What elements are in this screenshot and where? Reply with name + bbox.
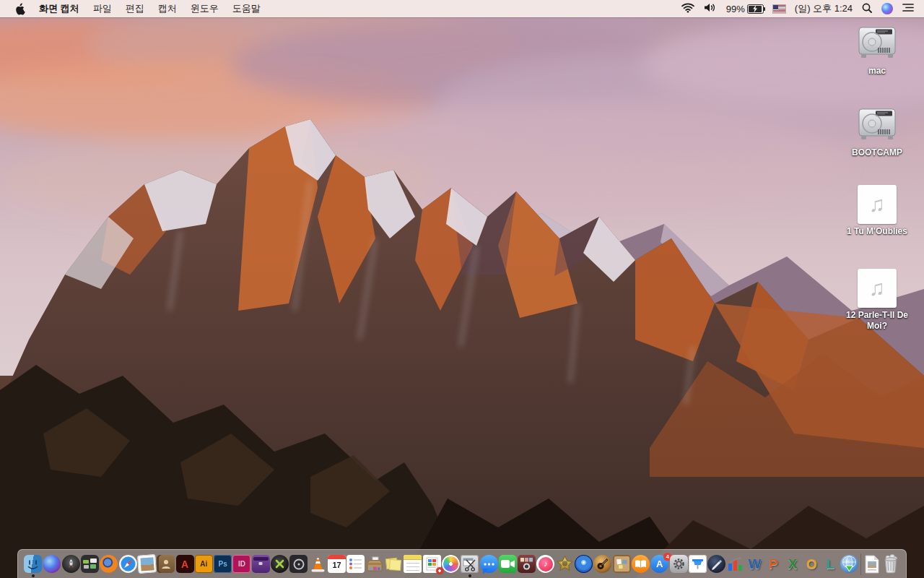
menu-app-name[interactable]: 화면 캡처 <box>39 2 79 15</box>
dock-item-outlook[interactable]: O <box>803 551 821 577</box>
spotlight-search-icon[interactable] <box>862 3 872 15</box>
dock-item-pages[interactable] <box>707 551 725 577</box>
dock-item-keynote[interactable] <box>689 551 707 577</box>
safari-compass-icon <box>119 555 137 573</box>
dock-item-mission-control[interactable] <box>81 551 99 577</box>
dock-item-safari[interactable] <box>119 551 137 577</box>
dock-divider <box>860 553 861 575</box>
dock-item-garageband[interactable] <box>593 551 611 577</box>
desktop-icon-label: 1 Tu M'Oublies <box>834 226 920 237</box>
dock-item-indesign[interactable]: ID <box>232 551 250 577</box>
dock-item-facetime[interactable] <box>499 551 517 577</box>
itunes-icon: ♪ <box>536 555 554 573</box>
dock-item-vlc[interactable] <box>309 551 327 577</box>
dock-item-contacts[interactable] <box>157 551 175 577</box>
dock-item-trash[interactable] <box>881 551 899 577</box>
dock-item-photo-booth[interactable] <box>518 551 536 577</box>
dock-item-disc-app[interactable] <box>575 551 593 577</box>
desktop: 화면 캡처 파일 편집 캡처 윈도우 도움말 99% (일) 오후 1:24 <box>0 0 924 578</box>
toolbox-icon <box>252 555 270 573</box>
dock-item-installer-doc[interactable] <box>423 551 441 577</box>
dock-item-finder[interactable] <box>24 551 42 577</box>
apple-menu[interactable] <box>15 3 25 15</box>
menu-bar-clock[interactable]: (일) 오후 1:24 <box>795 2 853 15</box>
menu-capture[interactable]: 캡처 <box>158 2 177 15</box>
trash-full-icon <box>881 555 899 573</box>
desktop-icon-bootcamp[interactable]: BOOTCAMP <box>834 108 920 158</box>
word-icon: W <box>746 555 764 573</box>
us-flag-input-source-icon[interactable] <box>773 5 785 13</box>
dock-item-excel[interactable]: X <box>784 551 802 577</box>
dock-item-photoshop[interactable]: Ps <box>214 551 232 577</box>
dock-item-acrobat[interactable]: A <box>176 551 194 577</box>
dock-item-firefox[interactable] <box>100 551 118 577</box>
wifi-icon[interactable] <box>681 3 694 15</box>
download-globe-icon <box>840 555 858 573</box>
mission-control-icon <box>81 555 99 573</box>
dock-item-siri[interactable] <box>43 551 61 577</box>
dock-item-itunes[interactable]: ♪ <box>536 551 554 577</box>
dock-item-disk-tool[interactable] <box>289 551 308 577</box>
messages-bubble-icon <box>480 555 498 573</box>
desktop-icon-audio-file-2[interactable]: ♫ 12 Parle-T-Il De Moi? <box>834 269 920 332</box>
lync-icon: L <box>821 555 840 573</box>
disk-tool-icon <box>289 555 308 573</box>
powerpoint-icon: P <box>764 555 783 573</box>
menu-window[interactable]: 윈도우 <box>191 2 219 15</box>
launchpad-rocket-icon <box>62 555 80 573</box>
dock-item-quicksilver[interactable] <box>271 551 289 577</box>
dock-item-messages[interactable] <box>480 551 498 577</box>
excel-icon: X <box>784 555 802 573</box>
dock-item-toolbox[interactable] <box>252 551 270 577</box>
notification-center-icon[interactable] <box>902 3 914 14</box>
photoshop-glyph: Ps <box>219 561 227 568</box>
wallpaper-sierra-mountain <box>0 0 924 578</box>
indesign-icon: ID <box>232 555 250 573</box>
desktop-icon-mac[interactable]: mac <box>834 26 920 77</box>
dock-item-photos[interactable] <box>442 551 460 577</box>
dock-item-grab[interactable] <box>461 551 479 577</box>
siri-icon[interactable] <box>881 3 893 14</box>
menu-edit[interactable]: 편집 <box>126 2 144 15</box>
powerpoint-glyph: P <box>769 557 778 571</box>
volume-icon[interactable] <box>704 3 717 14</box>
siri-dock-icon <box>43 555 61 573</box>
office-chart-icon <box>727 555 745 573</box>
dock-item-reminders[interactable] <box>346 551 365 577</box>
dock-item-image-file[interactable] <box>863 551 881 577</box>
dock-item-archive-utility[interactable] <box>366 551 384 577</box>
dock-item-ibooks[interactable] <box>632 551 650 577</box>
illustrator-icon: Ai <box>195 555 213 573</box>
dock-item-calendar[interactable]: 17 <box>328 551 346 577</box>
dock-item-word[interactable]: W <box>746 551 764 577</box>
corkboard-icon <box>613 555 631 573</box>
dock-item-office-chart[interactable] <box>727 551 745 577</box>
dock-item-system-preferences[interactable] <box>670 551 688 577</box>
calendar-icon: 17 <box>328 555 346 573</box>
ibooks-icon <box>632 555 650 573</box>
battery-status[interactable]: 99% <box>726 4 764 14</box>
facetime-camera-icon <box>499 555 517 573</box>
dock-item-lync[interactable]: L <box>821 551 840 577</box>
dock-item-preview[interactable] <box>138 551 156 577</box>
finder-icon <box>24 555 42 573</box>
grab-scissors-icon <box>461 555 479 573</box>
dock-item-app-store[interactable]: A4 <box>650 551 668 577</box>
dock-item-illustrator[interactable]: Ai <box>195 551 213 577</box>
battery-charging-icon <box>747 4 764 14</box>
desktop-icon-audio-file-1[interactable]: ♫ 1 Tu M'Oublies <box>834 185 920 237</box>
menu-file[interactable]: 파일 <box>93 2 112 15</box>
vlc-cone-icon <box>309 555 327 573</box>
acrobat-glyph: A <box>181 559 188 569</box>
desktop-icon-label: 12 Parle-T-Il De Moi? <box>840 310 915 332</box>
dock-item-notes[interactable] <box>404 551 422 577</box>
notes-pad-icon <box>404 555 422 573</box>
dock-item-launchpad[interactable] <box>62 551 80 577</box>
dock-item-corkboard[interactable] <box>613 551 631 577</box>
dock-item-imovie[interactable] <box>556 551 574 577</box>
dock-item-powerpoint[interactable]: P <box>764 551 783 577</box>
dock-item-download-manager[interactable] <box>840 551 858 577</box>
dock-item-stickies[interactable] <box>385 551 403 577</box>
photoshop-icon: Ps <box>214 555 232 573</box>
menu-help[interactable]: 도움말 <box>232 2 261 15</box>
